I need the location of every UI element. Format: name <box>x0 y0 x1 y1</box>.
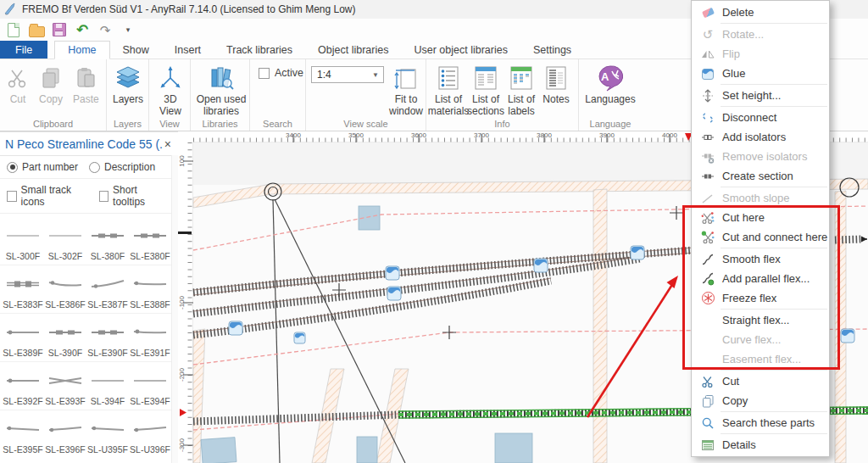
tab-show[interactable]: Show <box>110 41 162 59</box>
undo-icon[interactable]: ↶ <box>74 21 91 38</box>
save-icon[interactable] <box>51 21 68 38</box>
menu-item-curve-flex[interactable]: Curve flex... <box>692 330 829 349</box>
library-item[interactable]: SL-E392F <box>2 369 44 406</box>
menu-item-details[interactable]: Details <box>692 435 829 455</box>
tab-home[interactable]: Home <box>54 41 109 59</box>
tab-object-libraries[interactable]: Object libraries <box>305 41 401 59</box>
small-track-icons-checkbox[interactable] <box>7 191 17 202</box>
tab-user-object-libraries[interactable]: User object libraries <box>401 41 520 59</box>
close-icon[interactable]: × <box>163 137 173 151</box>
open-used-libraries-button[interactable]: Open usedlibraries <box>196 64 247 118</box>
library-item[interactable]: SL-E391F <box>129 321 171 358</box>
group-view: 3DView View <box>149 59 191 131</box>
cut-scissors-icon <box>7 64 29 92</box>
customize-caret-icon[interactable]: ▾ <box>120 21 136 38</box>
menu-item-straight-flex[interactable]: Straight flex... <box>692 310 829 330</box>
library-item[interactable]: SL-E393F <box>44 369 86 406</box>
group-info: List ofmaterials List ofsections List of… <box>426 59 579 131</box>
library-item[interactable]: SL-E387F <box>86 272 129 310</box>
glue-icon <box>698 67 717 81</box>
menu-item-create-section[interactable]: Create section <box>692 166 829 186</box>
list-of-labels-button[interactable]: List oflabels <box>504 64 538 118</box>
library-item[interactable]: SL-E394F <box>129 369 171 406</box>
menu-item-smooth-flex[interactable]: Smooth flex <box>692 249 829 269</box>
menu-item-cut-and-connect-here[interactable]: Cut and connect here <box>692 227 829 247</box>
library-item[interactable]: SL-394F <box>86 369 129 406</box>
library-item[interactable]: SL-E380F <box>129 224 171 261</box>
notes-icon <box>545 64 567 92</box>
menu-item-add-parallel-flex[interactable]: Add parallel flex... <box>692 269 829 288</box>
list-of-sections-button[interactable]: List ofsections <box>467 64 504 118</box>
layers-button[interactable]: Layers <box>113 64 143 106</box>
menu-item-cut-here[interactable]: Cut here <box>692 208 829 227</box>
group-label-libraries: Libraries <box>191 119 249 129</box>
list-of-materials-button[interactable]: List ofmaterials <box>430 64 467 118</box>
rotate-icon: ↺ <box>698 28 717 41</box>
redo-icon[interactable]: ↷ <box>97 21 114 38</box>
menu-item-disconnect[interactable]: Disconnect <box>692 108 829 127</box>
menu-item-smooth-slope[interactable]: Smooth slope <box>692 188 829 208</box>
library-item[interactable]: SL-E383F <box>2 272 44 310</box>
tab-insert[interactable]: Insert <box>162 41 214 59</box>
cut-button[interactable]: Cut <box>7 64 29 106</box>
copy-button[interactable]: Copy <box>39 64 63 106</box>
library-item[interactable]: SL-300F <box>2 224 44 261</box>
library-item[interactable]: SL-U396F <box>129 417 171 455</box>
languages-button[interactable]: A Languages <box>583 64 637 106</box>
library-item[interactable]: SL-E389F <box>2 321 44 358</box>
menu-item-add-isolators[interactable]: Add isolators <box>692 127 829 147</box>
add-parallel-flex-icon <box>698 272 717 286</box>
menu-item-freeze-flex[interactable]: Freeze flex <box>692 288 829 308</box>
ruler-label: 3600 <box>411 131 426 139</box>
library-item[interactable]: SL-302F <box>44 224 86 261</box>
menu-item-set-height[interactable]: Set height... <box>692 86 829 105</box>
menu-item-glue[interactable]: Glue <box>692 64 829 83</box>
menu-item-cut[interactable]: Cut <box>692 371 829 391</box>
part-number-radio[interactable] <box>7 162 18 173</box>
menu-separator <box>721 84 827 85</box>
ruler-label: 3700 <box>474 131 489 139</box>
languages-bubble-icon: A <box>596 64 625 92</box>
menu-item-copy[interactable]: Copy <box>692 391 829 410</box>
active-checkbox[interactable] <box>259 68 270 79</box>
panel-scrollbar[interactable] <box>171 155 178 463</box>
combo-arrow-icon[interactable]: ▼ <box>372 71 379 79</box>
short-tooltips-checkbox[interactable] <box>99 191 109 202</box>
paste-button[interactable]: Paste <box>73 64 99 106</box>
menu-item-rotate[interactable]: ↺Rotate... <box>692 25 829 44</box>
notes-button[interactable]: Notes <box>539 64 573 106</box>
description-radio[interactable] <box>89 162 100 173</box>
active-checkbox-row[interactable]: Active <box>259 67 303 79</box>
copy-icon <box>698 394 717 408</box>
tab-track-libraries[interactable]: Track libraries <box>214 41 305 59</box>
fit-to-window-icon <box>393 64 419 92</box>
menu-item-flip[interactable]: Flip <box>692 44 829 64</box>
scale-combobox[interactable]: 1:4 ▼ <box>311 66 384 83</box>
menu-separator <box>721 411 827 412</box>
menu-item-easement-flex[interactable]: Easement flex... <box>692 349 829 369</box>
disconnect-icon <box>698 111 717 125</box>
menu-item-remove-isolators[interactable]: Remove isolators <box>692 147 829 166</box>
library-item[interactable]: SL-380F <box>86 224 129 261</box>
fit-to-window-button[interactable]: Fit towindow <box>389 64 423 118</box>
short-tooltips-label: Short tooltips <box>113 184 164 208</box>
library-item[interactable]: SL-E386F <box>44 272 86 310</box>
tab-settings[interactable]: Settings <box>520 41 584 59</box>
library-item[interactable]: SL-390F <box>44 321 86 358</box>
library-item[interactable]: SL-E396F <box>44 417 86 455</box>
library-item[interactable]: SL-U395F <box>86 417 129 455</box>
group-label-language: Language <box>579 119 642 129</box>
menu-item-search-these-parts[interactable]: Search these parts <box>692 413 829 432</box>
layers-icon <box>114 64 142 92</box>
library-item[interactable]: SL-E390F <box>86 321 129 358</box>
panel-title: N Peco Streamline Code 55 (... <box>5 137 163 151</box>
tab-file[interactable]: File <box>0 41 47 59</box>
menu-item-delete[interactable]: Delete <box>692 3 829 22</box>
new-document-icon[interactable] <box>5 21 22 38</box>
library-item[interactable]: SL-E395F <box>2 417 44 455</box>
3d-view-button[interactable]: 3DView <box>158 64 183 118</box>
library-item[interactable]: SL-E388F <box>129 272 171 310</box>
open-folder-icon[interactable] <box>28 21 45 38</box>
list-labels-icon <box>509 64 533 92</box>
cut-here-icon <box>698 211 717 225</box>
